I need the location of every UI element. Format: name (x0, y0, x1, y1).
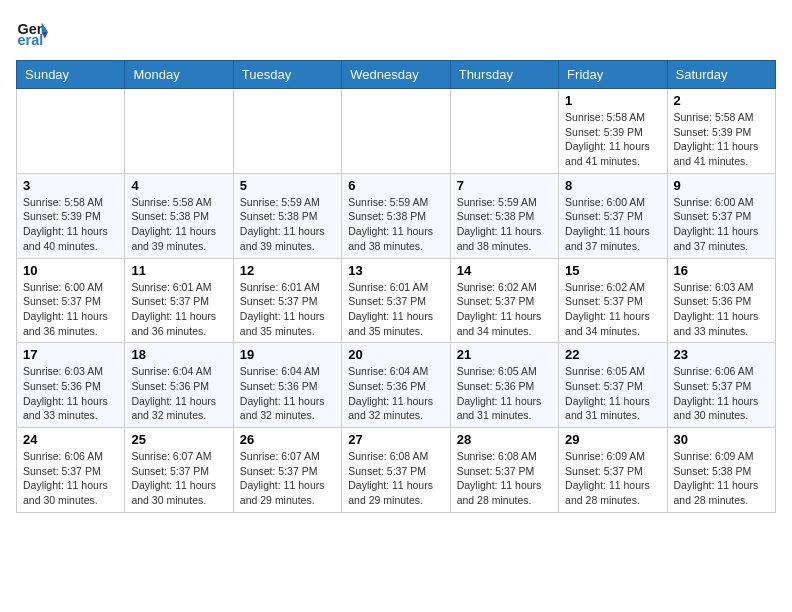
calendar-cell: 1Sunrise: 5:58 AM Sunset: 5:39 PM Daylig… (559, 89, 667, 174)
calendar-week-row: 1Sunrise: 5:58 AM Sunset: 5:39 PM Daylig… (17, 89, 776, 174)
calendar-cell: 12Sunrise: 6:01 AM Sunset: 5:37 PM Dayli… (233, 258, 341, 343)
day-number: 8 (565, 178, 660, 193)
calendar-cell: 20Sunrise: 6:04 AM Sunset: 5:36 PM Dayli… (342, 343, 450, 428)
calendar-cell: 11Sunrise: 6:01 AM Sunset: 5:37 PM Dayli… (125, 258, 233, 343)
day-info: Sunrise: 6:02 AM Sunset: 5:37 PM Dayligh… (457, 280, 552, 339)
day-info: Sunrise: 5:58 AM Sunset: 5:38 PM Dayligh… (131, 195, 226, 254)
day-number: 21 (457, 347, 552, 362)
day-number: 16 (674, 263, 769, 278)
calendar-cell (233, 89, 341, 174)
day-info: Sunrise: 6:09 AM Sunset: 5:37 PM Dayligh… (565, 449, 660, 508)
day-info: Sunrise: 6:09 AM Sunset: 5:38 PM Dayligh… (674, 449, 769, 508)
day-info: Sunrise: 5:58 AM Sunset: 5:39 PM Dayligh… (565, 110, 660, 169)
day-info: Sunrise: 5:59 AM Sunset: 5:38 PM Dayligh… (348, 195, 443, 254)
day-info: Sunrise: 6:01 AM Sunset: 5:37 PM Dayligh… (240, 280, 335, 339)
day-number: 14 (457, 263, 552, 278)
day-info: Sunrise: 6:04 AM Sunset: 5:36 PM Dayligh… (348, 364, 443, 423)
calendar-cell: 9Sunrise: 6:00 AM Sunset: 5:37 PM Daylig… (667, 173, 775, 258)
day-number: 5 (240, 178, 335, 193)
calendar-header-monday: Monday (125, 61, 233, 89)
calendar-header-saturday: Saturday (667, 61, 775, 89)
day-number: 6 (348, 178, 443, 193)
day-info: Sunrise: 6:02 AM Sunset: 5:37 PM Dayligh… (565, 280, 660, 339)
day-info: Sunrise: 6:08 AM Sunset: 5:37 PM Dayligh… (457, 449, 552, 508)
day-info: Sunrise: 6:05 AM Sunset: 5:36 PM Dayligh… (457, 364, 552, 423)
page-header: Gen eral (16, 16, 776, 48)
day-info: Sunrise: 6:00 AM Sunset: 5:37 PM Dayligh… (674, 195, 769, 254)
day-info: Sunrise: 5:59 AM Sunset: 5:38 PM Dayligh… (240, 195, 335, 254)
day-number: 25 (131, 432, 226, 447)
calendar-cell: 30Sunrise: 6:09 AM Sunset: 5:38 PM Dayli… (667, 428, 775, 513)
day-info: Sunrise: 6:07 AM Sunset: 5:37 PM Dayligh… (240, 449, 335, 508)
day-number: 26 (240, 432, 335, 447)
logo-icon: Gen eral (16, 16, 48, 48)
day-info: Sunrise: 5:58 AM Sunset: 5:39 PM Dayligh… (23, 195, 118, 254)
day-number: 1 (565, 93, 660, 108)
calendar-week-row: 24Sunrise: 6:06 AM Sunset: 5:37 PM Dayli… (17, 428, 776, 513)
calendar-header-wednesday: Wednesday (342, 61, 450, 89)
calendar-cell: 8Sunrise: 6:00 AM Sunset: 5:37 PM Daylig… (559, 173, 667, 258)
day-number: 30 (674, 432, 769, 447)
calendar-cell: 3Sunrise: 5:58 AM Sunset: 5:39 PM Daylig… (17, 173, 125, 258)
day-number: 27 (348, 432, 443, 447)
calendar-cell: 7Sunrise: 5:59 AM Sunset: 5:38 PM Daylig… (450, 173, 558, 258)
day-info: Sunrise: 6:06 AM Sunset: 5:37 PM Dayligh… (674, 364, 769, 423)
calendar-cell: 6Sunrise: 5:59 AM Sunset: 5:38 PM Daylig… (342, 173, 450, 258)
day-info: Sunrise: 6:06 AM Sunset: 5:37 PM Dayligh… (23, 449, 118, 508)
day-info: Sunrise: 6:03 AM Sunset: 5:36 PM Dayligh… (23, 364, 118, 423)
calendar-cell: 14Sunrise: 6:02 AM Sunset: 5:37 PM Dayli… (450, 258, 558, 343)
calendar-cell: 10Sunrise: 6:00 AM Sunset: 5:37 PM Dayli… (17, 258, 125, 343)
day-number: 12 (240, 263, 335, 278)
calendar-cell: 21Sunrise: 6:05 AM Sunset: 5:36 PM Dayli… (450, 343, 558, 428)
day-number: 15 (565, 263, 660, 278)
calendar-header-row: SundayMondayTuesdayWednesdayThursdayFrid… (17, 61, 776, 89)
calendar-cell: 13Sunrise: 6:01 AM Sunset: 5:37 PM Dayli… (342, 258, 450, 343)
day-number: 3 (23, 178, 118, 193)
day-number: 23 (674, 347, 769, 362)
day-info: Sunrise: 6:07 AM Sunset: 5:37 PM Dayligh… (131, 449, 226, 508)
day-number: 19 (240, 347, 335, 362)
day-number: 17 (23, 347, 118, 362)
day-number: 29 (565, 432, 660, 447)
day-info: Sunrise: 6:08 AM Sunset: 5:37 PM Dayligh… (348, 449, 443, 508)
day-number: 22 (565, 347, 660, 362)
calendar-cell: 16Sunrise: 6:03 AM Sunset: 5:36 PM Dayli… (667, 258, 775, 343)
day-number: 9 (674, 178, 769, 193)
day-number: 2 (674, 93, 769, 108)
day-number: 10 (23, 263, 118, 278)
calendar-cell: 17Sunrise: 6:03 AM Sunset: 5:36 PM Dayli… (17, 343, 125, 428)
day-info: Sunrise: 6:05 AM Sunset: 5:37 PM Dayligh… (565, 364, 660, 423)
day-number: 20 (348, 347, 443, 362)
calendar-header-sunday: Sunday (17, 61, 125, 89)
calendar-header-tuesday: Tuesday (233, 61, 341, 89)
calendar-cell (17, 89, 125, 174)
day-number: 28 (457, 432, 552, 447)
day-number: 24 (23, 432, 118, 447)
day-info: Sunrise: 6:00 AM Sunset: 5:37 PM Dayligh… (23, 280, 118, 339)
day-info: Sunrise: 6:01 AM Sunset: 5:37 PM Dayligh… (348, 280, 443, 339)
day-info: Sunrise: 6:03 AM Sunset: 5:36 PM Dayligh… (674, 280, 769, 339)
calendar-week-row: 17Sunrise: 6:03 AM Sunset: 5:36 PM Dayli… (17, 343, 776, 428)
calendar-cell: 2Sunrise: 5:58 AM Sunset: 5:39 PM Daylig… (667, 89, 775, 174)
calendar-cell: 23Sunrise: 6:06 AM Sunset: 5:37 PM Dayli… (667, 343, 775, 428)
calendar-cell: 18Sunrise: 6:04 AM Sunset: 5:36 PM Dayli… (125, 343, 233, 428)
calendar-header-thursday: Thursday (450, 61, 558, 89)
calendar-cell: 29Sunrise: 6:09 AM Sunset: 5:37 PM Dayli… (559, 428, 667, 513)
day-info: Sunrise: 6:04 AM Sunset: 5:36 PM Dayligh… (240, 364, 335, 423)
calendar-cell: 28Sunrise: 6:08 AM Sunset: 5:37 PM Dayli… (450, 428, 558, 513)
calendar-cell (342, 89, 450, 174)
calendar-cell: 27Sunrise: 6:08 AM Sunset: 5:37 PM Dayli… (342, 428, 450, 513)
day-info: Sunrise: 6:01 AM Sunset: 5:37 PM Dayligh… (131, 280, 226, 339)
day-info: Sunrise: 6:00 AM Sunset: 5:37 PM Dayligh… (565, 195, 660, 254)
logo: Gen eral (16, 16, 52, 48)
calendar-cell: 24Sunrise: 6:06 AM Sunset: 5:37 PM Dayli… (17, 428, 125, 513)
calendar-cell: 22Sunrise: 6:05 AM Sunset: 5:37 PM Dayli… (559, 343, 667, 428)
calendar-week-row: 3Sunrise: 5:58 AM Sunset: 5:39 PM Daylig… (17, 173, 776, 258)
calendar-header-friday: Friday (559, 61, 667, 89)
calendar-cell (125, 89, 233, 174)
calendar-cell: 15Sunrise: 6:02 AM Sunset: 5:37 PM Dayli… (559, 258, 667, 343)
day-number: 11 (131, 263, 226, 278)
day-info: Sunrise: 5:58 AM Sunset: 5:39 PM Dayligh… (674, 110, 769, 169)
calendar-cell: 5Sunrise: 5:59 AM Sunset: 5:38 PM Daylig… (233, 173, 341, 258)
day-number: 4 (131, 178, 226, 193)
